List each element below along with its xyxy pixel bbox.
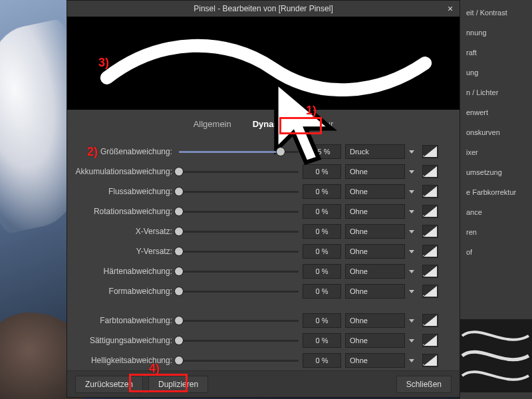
dropdown-value: Ohne [350, 336, 368, 344]
close-button[interactable]: Schließen [396, 376, 452, 393]
slider[interactable] [179, 147, 299, 156]
setting-row: Härtenabweichung:0 %Ohne [75, 262, 452, 281]
dropdown-value: Ohne [350, 247, 368, 255]
slider[interactable] [179, 207, 299, 216]
setting-row: Helligkeitsabweichung:0 %Ohne [75, 351, 452, 370]
slider[interactable] [179, 287, 299, 296]
dialog-footer: Zurücksetzen Duplizieren Schließen [67, 370, 460, 397]
chevron-down-icon[interactable] [409, 270, 414, 273]
setting-row: Y-Versatz:0 %Ohne [75, 242, 452, 261]
dropdown-value: Ohne [350, 227, 368, 235]
chevron-down-icon[interactable] [409, 339, 414, 342]
dropdown-value: Ohne [350, 356, 368, 364]
curve-button[interactable] [422, 354, 438, 367]
value-field[interactable]: 0 % [303, 204, 341, 219]
value-field[interactable]: 0 % [303, 353, 341, 368]
value-field[interactable]: 0 % [303, 264, 341, 279]
setting-label: Y-Versatz: [75, 247, 175, 256]
source-dropdown[interactable]: Druck [345, 144, 405, 159]
dropdown-value: Ohne [350, 317, 368, 325]
value-field[interactable]: 0 % [303, 333, 341, 348]
dropdown-value: Ohne [350, 267, 368, 275]
dropdown-value: Ohne [350, 287, 368, 295]
value-field[interactable]: 0 % [303, 244, 341, 259]
setting-row: Flussabweichung:0 %Ohne [75, 182, 452, 201]
dropdown-value: Ohne [350, 207, 368, 215]
setting-row: Rotationsabweichung:0 %Ohne [75, 202, 452, 221]
setting-row: Sättigungsabweichung:0 %Ohne [75, 331, 452, 350]
side-panel: eit / Kontrastnnungraftungn / Lichterenw… [459, 0, 532, 399]
cursor-icon [110, 78, 502, 171]
settings-area: Größenabweichung:85 %DruckAkkumulationsa… [67, 137, 460, 370]
value-field[interactable]: 0 % [303, 184, 341, 199]
dropdown-value: Ohne [350, 168, 368, 176]
setting-label: X-Versatz: [75, 227, 175, 236]
curve-button[interactable] [422, 285, 438, 298]
setting-label: Flussabweichung: [75, 187, 175, 196]
curve-button[interactable] [422, 145, 438, 158]
close-icon[interactable]: × [445, 3, 456, 14]
slider[interactable] [179, 356, 299, 365]
slider[interactable] [179, 316, 299, 325]
setting-row: Farbtonabweichung:0 %Ohne [75, 311, 452, 330]
dialog-title: Pinsel - Bearbeiten von [Runder Pinsel] [194, 4, 332, 13]
curve-button[interactable] [422, 245, 438, 258]
curve-button[interactable] [422, 265, 438, 278]
value-field[interactable]: 0 % [303, 313, 341, 328]
setting-label: Helligkeitsabweichung: [75, 356, 175, 365]
side-panel-item[interactable]: e Farbkorrektur [460, 182, 532, 202]
side-panel-item[interactable]: ance [460, 202, 532, 222]
setting-label: Rotationsabweichung: [75, 207, 175, 216]
chevron-down-icon[interactable] [409, 250, 414, 253]
slider[interactable] [179, 227, 299, 236]
brush-stroke-preview [67, 17, 460, 110]
chevron-down-icon[interactable] [409, 359, 414, 362]
side-panel-item[interactable]: eit / Kontrast [460, 3, 532, 23]
source-dropdown[interactable]: Ohne [345, 224, 405, 239]
setting-row: Formabweichung:0 %Ohne [75, 282, 452, 301]
curve-button[interactable] [422, 314, 438, 327]
chevron-down-icon[interactable] [409, 210, 414, 213]
curve-button[interactable] [422, 334, 438, 347]
curve-button[interactable] [422, 205, 438, 218]
source-dropdown[interactable]: Ohne [345, 284, 405, 299]
side-panel-item[interactable]: raft [460, 43, 532, 63]
brush-editor-dialog: Pinsel - Bearbeiten von [Runder Pinsel] … [66, 0, 460, 398]
slider[interactable] [179, 247, 299, 256]
setting-label: Farbtonabweichung: [75, 316, 175, 325]
side-panel-item[interactable]: of [460, 242, 532, 262]
slider[interactable] [179, 267, 299, 276]
curve-button[interactable] [422, 165, 438, 178]
setting-label: Sättigungsabweichung: [75, 336, 175, 345]
chevron-down-icon[interactable] [409, 319, 414, 323]
dropdown-value: Ohne [350, 188, 368, 196]
dropdown-value: Druck [350, 148, 369, 156]
chevron-down-icon[interactable] [409, 230, 414, 233]
dialog-titlebar[interactable]: Pinsel - Bearbeiten von [Runder Pinsel] … [67, 1, 460, 17]
slider[interactable] [179, 187, 299, 196]
source-dropdown[interactable]: Ohne [345, 244, 405, 259]
setting-label: Härtenabweichung: [75, 267, 175, 276]
curve-button[interactable] [422, 185, 438, 198]
curve-button[interactable] [422, 225, 438, 238]
source-dropdown[interactable]: Ohne [345, 333, 405, 348]
brush-preview-thumb [459, 319, 532, 392]
value-field[interactable]: 0 % [303, 284, 341, 299]
source-dropdown[interactable]: Ohne [345, 164, 405, 179]
duplicate-button[interactable]: Duplizieren [148, 376, 208, 393]
setting-row: X-Versatz:0 %Ohne [75, 222, 452, 241]
reset-button[interactable]: Zurücksetzen [75, 376, 143, 393]
slider[interactable] [179, 167, 299, 176]
source-dropdown[interactable]: Ohne [345, 264, 405, 279]
setting-label: Formabweichung: [75, 287, 175, 296]
chevron-down-icon[interactable] [409, 190, 414, 194]
source-dropdown[interactable]: Ohne [345, 353, 405, 368]
value-field[interactable]: 0 % [303, 224, 341, 239]
side-panel-item[interactable]: ren [460, 222, 532, 242]
source-dropdown[interactable]: Ohne [345, 204, 405, 219]
source-dropdown[interactable]: Ohne [345, 184, 405, 199]
side-panel-item[interactable]: nnung [460, 23, 532, 43]
slider[interactable] [179, 336, 299, 345]
chevron-down-icon[interactable] [409, 290, 414, 293]
source-dropdown[interactable]: Ohne [345, 313, 405, 328]
